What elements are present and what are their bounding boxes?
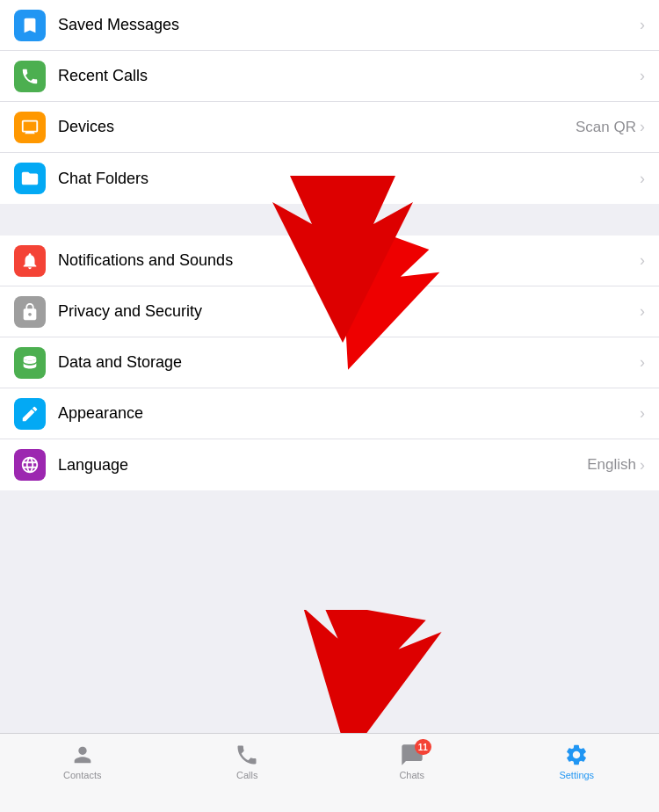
appearance-right: › [636, 404, 645, 423]
tab-contacts[interactable]: Contacts [0, 743, 165, 780]
chat-folders-item[interactable]: Chat Folders › [0, 153, 659, 204]
chat-folders-right: › [636, 170, 645, 188]
data-storage-icon [14, 347, 46, 379]
saved-messages-item[interactable]: Saved Messages › [0, 0, 659, 51]
contacts-icon [70, 743, 95, 767]
tab-chats[interactable]: 11 Chats [330, 743, 495, 780]
recent-calls-label: Recent Calls [58, 67, 636, 85]
settings-tab-label: Settings [559, 770, 594, 780]
devices-item[interactable]: Devices Scan QR › [0, 102, 659, 153]
language-right: English › [587, 456, 645, 475]
privacy-icon [14, 296, 46, 328]
language-chevron: › [640, 456, 645, 475]
language-label: Language [58, 456, 587, 475]
language-value: English [587, 456, 636, 474]
chats-icon: 11 [400, 743, 424, 767]
devices-chevron: › [640, 118, 645, 136]
language-icon [14, 449, 46, 481]
chats-tab-label: Chats [399, 770, 424, 780]
chat-folders-label: Chat Folders [58, 170, 636, 188]
saved-messages-label: Saved Messages [58, 16, 636, 34]
tab-calls[interactable]: Calls [165, 743, 330, 780]
chats-badge: 11 [415, 739, 431, 755]
devices-label: Devices [58, 118, 576, 136]
devices-right: Scan QR › [576, 118, 645, 136]
privacy-right: › [636, 302, 645, 321]
settings-list: Saved Messages › Recent Calls › Devices … [0, 0, 659, 490]
language-item[interactable]: Language English › [0, 439, 659, 490]
notifications-item[interactable]: Notifications and Sounds › [0, 236, 659, 286]
tab-bar: Contacts Calls 11 Chats Settings [0, 733, 659, 812]
notifications-label: Notifications and Sounds [58, 251, 636, 270]
data-storage-right: › [636, 353, 645, 372]
settings-icon [564, 743, 589, 767]
tab-settings[interactable]: Settings [495, 743, 660, 780]
data-storage-chevron: › [640, 353, 645, 372]
data-storage-item[interactable]: Data and Storage › [0, 337, 659, 388]
appearance-chevron: › [640, 404, 645, 423]
appearance-item[interactable]: Appearance › [0, 388, 659, 439]
notifications-chevron: › [640, 251, 645, 270]
calls-tab-label: Calls [236, 770, 257, 780]
saved-messages-right: › [636, 16, 645, 34]
calls-icon [235, 743, 259, 767]
devices-scan-qr: Scan QR [576, 119, 636, 136]
recent-calls-chevron: › [640, 67, 645, 85]
recent-calls-item[interactable]: Recent Calls › [0, 51, 659, 102]
devices-icon [14, 112, 46, 143]
privacy-item[interactable]: Privacy and Security › [0, 286, 659, 337]
section-1: Saved Messages › Recent Calls › Devices … [0, 0, 659, 204]
section-2: Notifications and Sounds › Privacy and S… [0, 236, 659, 490]
contacts-tab-label: Contacts [63, 770, 101, 780]
appearance-label: Appearance [58, 404, 636, 423]
svg-point-0 [24, 355, 37, 360]
data-storage-label: Data and Storage [58, 353, 636, 372]
section-divider [0, 204, 659, 236]
chat-folders-icon [14, 163, 46, 194]
chat-folders-chevron: › [640, 170, 645, 188]
privacy-label: Privacy and Security [58, 302, 636, 321]
notifications-right: › [636, 251, 645, 270]
privacy-chevron: › [640, 302, 645, 321]
saved-messages-chevron: › [640, 16, 645, 34]
recent-calls-icon [14, 61, 46, 92]
recent-calls-right: › [636, 67, 645, 85]
appearance-icon [14, 398, 46, 430]
saved-messages-icon [14, 10, 46, 41]
notifications-icon [14, 245, 46, 277]
